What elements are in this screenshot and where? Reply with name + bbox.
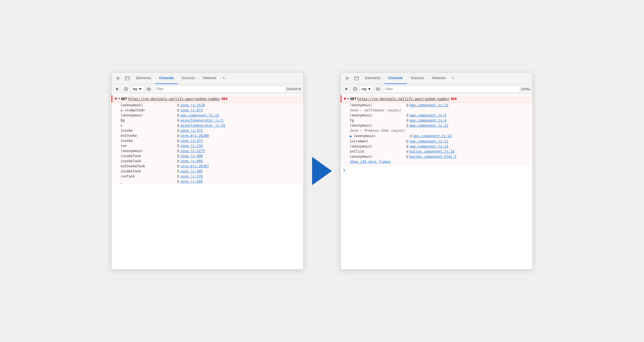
svg-marker-2 [116, 88, 119, 90]
stack-section-right: (anonymous) @ app.component.ts:23 Zone —… [341, 103, 533, 166]
blue-right-arrow [312, 157, 332, 185]
filter-input-left[interactable] [154, 86, 286, 92]
right-devtools-panel: Elements Console Sources Network » top ▼ [340, 72, 533, 270]
left-tabs-bar: Elements Console Sources Network » [111, 73, 303, 84]
error-circle-icon-right: ✖ [344, 96, 346, 101]
svg-rect-7 [355, 77, 359, 80]
tab-sources-left[interactable]: Sources [178, 73, 199, 84]
svg-point-6 [148, 88, 149, 90]
tab-network-left[interactable]: Network [199, 73, 220, 84]
context-label-right: top [362, 87, 367, 91]
tab-network-right[interactable]: Network [428, 73, 450, 84]
tab-console-left[interactable]: Console [155, 73, 177, 84]
stack-row: invoke @ zone.js:371 [111, 138, 303, 143]
stack-row: runTask @ zone.js:178 [111, 174, 303, 179]
stack-row: (anonymous) @ app.component.ts:13 [341, 144, 533, 149]
stack-row: invokeTask @ zone.js:406 [111, 153, 303, 159]
direction-arrow [304, 157, 340, 185]
tab-console-right[interactable]: Console [384, 73, 407, 84]
stack-row-arrow: ▶ (anonymous) @ app.component.ts:22 [341, 133, 533, 139]
stack-row: _ @ zone.js:585 [111, 179, 303, 184]
cursor-icon[interactable] [114, 74, 123, 83]
stack-row: (anonymous) @ app.component.ts:22 [341, 123, 533, 128]
tab-sources-right[interactable]: Sources [407, 73, 428, 84]
dropdown-arrow-right: ▼ [368, 87, 371, 91]
eye-icon-left[interactable] [145, 85, 153, 93]
context-selector-left[interactable]: top ▼ [131, 86, 144, 92]
stack-row: Qg @ asyncToGenerator.js:3 [111, 118, 303, 123]
error-url-left[interactable]: https://ng-devtools.netlify.app/random-n… [128, 97, 220, 101]
left-console-content: ✖ ▼ GET https://ng-devtools.netlify.app/… [111, 94, 303, 269]
stack-row: o.<computed> @ zone.js:973 [111, 108, 303, 113]
stack-row: onInvokeTask @ core.mjs:26367 [111, 164, 303, 169]
error-url-right[interactable]: https://ng-devtools.netlify.app/random-n… [357, 97, 449, 101]
stack-row: s @ asyncToGenerator.js:25 [111, 123, 303, 128]
stack-row: Yg @ app.component.ts:4 [341, 118, 533, 123]
tab-elements-left[interactable]: Elements [132, 73, 155, 84]
stack-row: (anonymous) @ app.component.ts:23 [111, 113, 303, 118]
expand-arrow-left[interactable]: ▼ [118, 97, 120, 100]
stack-row: (anonymous) @ zone.js:1518 [111, 103, 303, 108]
dropdown-arrow-left: ▼ [139, 87, 142, 91]
stack-row: invokeTask @ zone.js:405 [111, 159, 303, 164]
screenshot-container: Elements Console Sources Network » top ▼ [111, 72, 533, 270]
cursor-icon-right[interactable] [343, 74, 352, 83]
current-frame-indicator: ▶ [350, 134, 352, 138]
error-row-left: ✖ ▼ GET https://ng-devtools.netlify.app/… [111, 95, 303, 103]
stack-row: run @ zone.js:134 [111, 143, 303, 148]
dock-icon-right[interactable] [352, 74, 361, 83]
clear-console-button[interactable] [122, 85, 130, 93]
eye-icon-right[interactable] [374, 85, 382, 93]
run-script-button[interactable] [114, 85, 121, 93]
stack-row: (anonymous) @ button.component.html:1 [341, 154, 533, 159]
stack-row: increment @ app.component.ts:21 [341, 139, 533, 144]
console-prompt-right: ❯ [341, 166, 533, 174]
tab-more-left[interactable]: » [220, 76, 227, 80]
async-label: Zone — setTimeout (async) [341, 108, 533, 113]
tab-more-right[interactable]: » [450, 76, 456, 80]
run-script-button-right[interactable] [343, 85, 350, 93]
right-console-content: ✖ ▼ GET https://ng-devtools.netlify.app/… [341, 94, 533, 269]
error-row-right: ✖ ▼ GET https://ng-devtools.netlify.app/… [341, 95, 533, 103]
svg-point-13 [377, 88, 379, 90]
stack-row: (anonymous) @ zone.js:1275 [111, 148, 303, 153]
stack-row: onInvoke @ core.mjs:26380 [111, 133, 303, 138]
prompt-arrow-icon: ❯ [343, 168, 345, 173]
expand-arrow-right[interactable]: ▼ [347, 97, 349, 100]
status-code-right: 404 [450, 97, 457, 101]
tab-elements-right[interactable]: Elements [361, 73, 384, 84]
stack-row: (anonymous) @ app.component.ts:4 [341, 113, 533, 118]
http-method-left: GET [121, 97, 127, 101]
error-circle-icon-left: ✖ [115, 96, 117, 101]
red-arrow-annotation [533, 155, 533, 174]
svg-rect-0 [125, 77, 129, 80]
stack-row: invoke @ zone.js:372 [111, 128, 303, 133]
stack-row: invokeTask @ zone.js:405 [111, 169, 303, 174]
svg-point-5 [147, 88, 151, 90]
filter-input-right[interactable] [383, 86, 520, 92]
clear-console-button-right[interactable] [351, 85, 359, 93]
left-devtools-panel: Elements Console Sources Network » top ▼ [111, 72, 304, 270]
http-method-right: GET [350, 97, 356, 101]
context-selector-right[interactable]: top ▼ [360, 86, 373, 92]
stack-row: (anonymous) @ app.component.ts:23 [341, 103, 533, 108]
right-tabs-bar: Elements Console Sources Network » [341, 73, 533, 84]
async-label: Zone — Promise.then (async) [341, 128, 533, 133]
show-more-frames-row: Show 156 more frames [341, 159, 533, 166]
stack-row: onClick @ button.component.ts:18 [341, 149, 533, 154]
default-level-right: Defau [521, 87, 530, 91]
status-code-left: 404 [221, 97, 227, 101]
left-toolbar-bar: top ▼ Default le [111, 84, 303, 94]
svg-marker-9 [345, 88, 348, 90]
context-label-left: top [133, 87, 138, 91]
dock-icon[interactable] [123, 74, 132, 83]
stack-section-left: (anonymous) @ zone.js:1518 o.<computed> … [111, 103, 303, 184]
default-level-left: Default le [287, 87, 301, 91]
right-toolbar-bar: top ▼ Defau [341, 84, 533, 94]
svg-point-12 [376, 88, 380, 90]
show-more-frames-link[interactable]: Show 156 more frames [350, 160, 391, 164]
